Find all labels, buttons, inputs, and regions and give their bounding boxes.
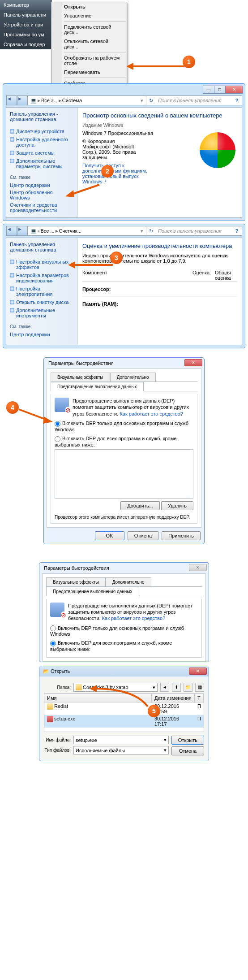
shield-icon xyxy=(50,603,64,617)
tab-visual-effects[interactable]: Визуальные эффекты xyxy=(51,373,110,382)
crumb-all[interactable]: Все ... xyxy=(40,228,54,234)
breadcrumb[interactable]: 💻 ▶ Все э... ▶ Система ▾ xyxy=(28,98,146,104)
sb-action-center[interactable]: Центр поддержки xyxy=(10,182,74,189)
breadcrumb[interactable]: 💻 « Все ... ▶ Счетчик... ▾ xyxy=(28,228,146,234)
back-button[interactable]: ◄ xyxy=(160,683,169,692)
close-button[interactable]: ✕ xyxy=(225,86,243,94)
refresh-button[interactable]: ↻ xyxy=(146,95,156,105)
sb-windows-update[interactable]: Центр обновления Windows xyxy=(10,189,74,201)
chevron-right-icon: ▶ xyxy=(38,99,40,103)
forward-button[interactable]: ► xyxy=(17,226,28,236)
folder-combo[interactable]: Cossacks 3 by xatab▾ xyxy=(73,683,158,692)
delete-button[interactable]: Удалить xyxy=(161,501,193,510)
list-item[interactable]: Redist 30.12.2016 16:59П xyxy=(44,702,204,715)
chevron-right-icon: ▶ xyxy=(59,99,61,103)
main-pane: Просмотр основных сведений о вашем компь… xyxy=(78,108,242,217)
tab-advanced[interactable]: Дополнительно xyxy=(110,373,156,382)
apply-button[interactable]: Применить xyxy=(162,531,201,540)
list-item[interactable]: setup.exe 30.12.2016 17:17П xyxy=(44,715,204,728)
col-type[interactable]: Т xyxy=(195,694,204,702)
help-button[interactable]: ? xyxy=(232,98,242,103)
sb-extra-tools[interactable]: Дополнительные инструменты xyxy=(10,306,74,320)
close-button[interactable]: ✕ xyxy=(189,564,207,571)
sm-item-devices[interactable]: Устройства и при xyxy=(0,20,52,30)
maximize-button[interactable]: □ xyxy=(214,86,226,94)
shield-icon xyxy=(55,398,69,412)
ok-button[interactable]: OK xyxy=(95,531,124,540)
exclusion-list[interactable] xyxy=(55,449,193,499)
forward-button[interactable]: ► xyxy=(17,95,28,105)
sb-indexing[interactable]: Настройка параметров индексирования xyxy=(10,271,74,285)
crumb-system[interactable]: Система xyxy=(62,98,82,103)
dep-howitworks-link[interactable]: Как работает это средство? xyxy=(120,411,183,416)
sb-device-manager[interactable]: Диспетчер устройств xyxy=(10,127,74,135)
sidebar-home-link[interactable]: Панель управления - домашняя страница xyxy=(10,111,74,122)
views-button[interactable]: ▦ xyxy=(195,683,204,692)
up-button[interactable]: ⬆ xyxy=(172,683,181,692)
ctx-rename[interactable]: Переименовать xyxy=(51,68,127,77)
sb-advanced[interactable]: Дополнительные параметры системы xyxy=(10,157,74,170)
upgrade-link[interactable]: Получить доступ к дополнительным функция… xyxy=(82,163,150,184)
filename-input[interactable]: setup.exe▾ xyxy=(73,736,169,744)
sb-see-also: См. также xyxy=(10,324,74,329)
sm-item-control-panel[interactable]: Панель управлени xyxy=(0,10,52,20)
col-name[interactable]: Имя xyxy=(44,694,152,702)
chevron-right-icon: « xyxy=(38,229,39,233)
col-component: Компонент xyxy=(82,270,192,281)
section-3-performance-window: ◄ ► 💻 « Все ... ▶ Счетчик... ▾ ↻ Поиск в… xyxy=(0,224,248,348)
help-button[interactable]: ? xyxy=(232,228,242,234)
radio-dep-all[interactable]: Включить DEP для всех программ и служб, … xyxy=(55,436,193,447)
filetype-label: Тип файлов: xyxy=(44,748,71,753)
close-button[interactable]: ✕ xyxy=(184,359,202,366)
sidebar: Панель управления - домашняя страница На… xyxy=(6,238,78,345)
sb-remote[interactable]: Настройка удаленного доступа xyxy=(10,135,74,149)
ctx-map-drive[interactable]: Подключить сетевой диск... xyxy=(51,22,127,37)
start-menu-right-panel: Компьютер Панель управлени Устройства и … xyxy=(0,0,52,49)
tab-advanced[interactable]: Дополнительно xyxy=(106,577,151,587)
section-4-dep-dialog: Параметры быстродействия ✕ Визуальные эф… xyxy=(0,348,248,553)
sb-visual-effects[interactable]: Настройка визуальных эффектов xyxy=(10,258,74,271)
dep-howitworks-link[interactable]: Как работает это средство? xyxy=(102,616,166,621)
file-list[interactable]: Имя Дата изменения Т Redist 30.12.2016 1… xyxy=(44,694,204,732)
radio-dep-all[interactable]: Включить DEP для всех программ и служб, … xyxy=(50,640,198,652)
radio-dep-essential[interactable]: Включить DEP только для основных програм… xyxy=(55,421,193,432)
ctx-manage[interactable]: Управление xyxy=(51,11,127,20)
tab-visual-effects[interactable]: Визуальные эффекты xyxy=(46,577,106,587)
add-button[interactable]: Добавить... xyxy=(120,501,160,510)
cancel-button[interactable]: Отмена xyxy=(171,746,204,755)
exe-icon xyxy=(47,716,53,722)
open-file-dialog: 📂 Открыть ✕ Папка: Cossacks 3 by xatab▾ … xyxy=(39,666,209,761)
ctx-unmap-drive[interactable]: Отключить сетевой диск... xyxy=(51,37,127,51)
tab-dep[interactable]: Предотвращение выполнения данных xyxy=(51,382,144,391)
window-performance: ◄ ► 💻 « Все ... ▶ Счетчик... ▾ ↻ Поиск в… xyxy=(3,224,245,348)
wei-description: Индекс производительности Windows исполь… xyxy=(82,253,237,264)
sb-disk-cleanup[interactable]: Открыть очистку диска xyxy=(10,298,74,306)
refresh-button[interactable]: ↻ xyxy=(146,226,156,236)
sb-performance-counters[interactable]: Счетчики и средства производительности xyxy=(10,201,74,214)
sb-power[interactable]: Настройка электропитания xyxy=(10,285,74,298)
close-button[interactable]: ✕ xyxy=(189,668,207,675)
tab-dep[interactable]: Предотвращение выполнения данных xyxy=(46,587,139,596)
sb-protection[interactable]: Защита системы xyxy=(10,149,74,157)
search-input[interactable]: Поиск в панели управления xyxy=(156,98,232,103)
col-date[interactable]: Дата изменения xyxy=(152,694,195,702)
crumb-counters[interactable]: Счетчик... xyxy=(59,228,81,234)
back-button[interactable]: ◄ xyxy=(6,226,17,236)
ctx-open[interactable]: Открыть xyxy=(51,2,127,11)
radio-dep-essential[interactable]: Включить DEP только для основных програм… xyxy=(50,625,198,637)
sm-item-help[interactable]: Справка и поддер xyxy=(0,39,52,49)
search-input[interactable]: Поиск в панели управления xyxy=(156,228,232,234)
sidebar-home-link[interactable]: Панель управления - домашняя страница xyxy=(10,242,74,252)
filetype-combo[interactable]: Исполняемые файлы▾ xyxy=(73,746,169,755)
sm-item-default-programs[interactable]: Программы по ум xyxy=(0,30,52,39)
ctx-show-desktop[interactable]: Отображать на рабочем столе xyxy=(51,53,127,68)
back-button[interactable]: ◄ xyxy=(6,95,17,105)
minimize-button[interactable]: — xyxy=(203,86,214,94)
sb-action-center[interactable]: Центр поддержки xyxy=(10,331,74,338)
new-folder-button[interactable]: 📁 xyxy=(184,683,192,692)
cancel-button[interactable]: Отмена xyxy=(128,531,158,540)
sm-item-computer[interactable]: Компьютер xyxy=(0,0,52,10)
crumb-all[interactable]: Все э... xyxy=(41,98,58,103)
open-button[interactable]: Открыть xyxy=(171,736,204,745)
dep-group: Предотвращение выполнения данных (DEP) п… xyxy=(51,394,197,524)
